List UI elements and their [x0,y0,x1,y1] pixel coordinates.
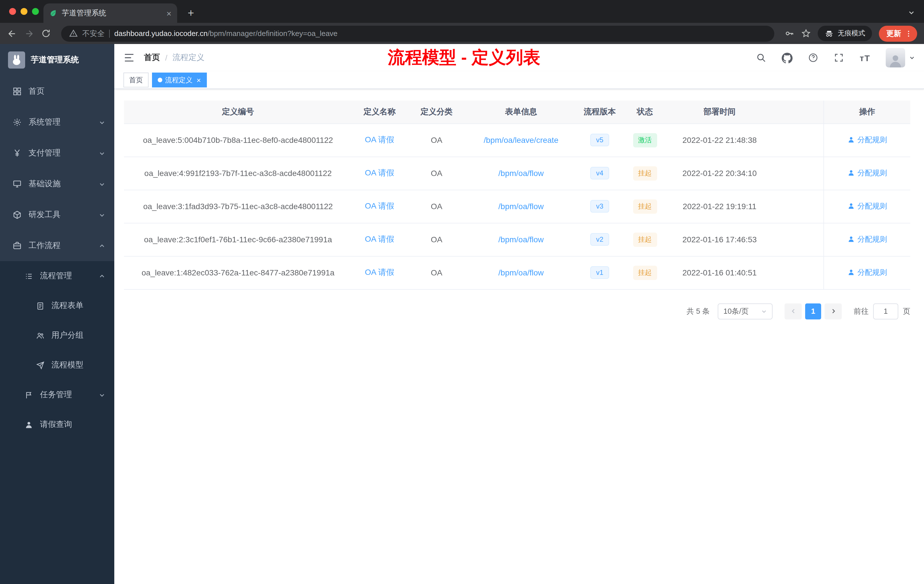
definition-category: OA [407,190,466,223]
assign-rule-link[interactable]: 分配规则 [847,201,887,211]
deploy-time: 2022-01-16 17:46:53 [667,223,773,256]
next-page-icon[interactable] [825,303,842,319]
chevron-down-icon [761,308,767,314]
sidebar-item-leave-query[interactable]: 请假查询 [0,410,114,439]
tag-process-definition[interactable]: 流程定义 × [152,73,206,87]
kebab-menu-icon[interactable] [904,30,912,38]
sidebar-item-workflow[interactable]: 工作流程 [0,230,114,261]
tag-close-icon[interactable]: × [196,76,201,84]
table-row: oa_leave:5:004b710b-7b8a-11ec-8ef0-acde4… [124,124,910,157]
tab-overflow-chevron-icon[interactable] [908,9,915,16]
hamburger-icon[interactable] [124,52,135,63]
col-definition-category: 定义分类 [407,101,466,124]
forward-icon[interactable] [24,28,34,39]
spacer-cell [772,124,824,157]
sidebar: 芋道管理系统 首页 系统管理 [0,44,114,584]
assign-rule-link[interactable]: 分配规则 [847,267,887,278]
assign-rule-link[interactable]: 分配规则 [847,234,887,244]
fullscreen-icon[interactable] [834,53,844,63]
close-window-button[interactable] [9,8,16,15]
form-info-link[interactable]: /bpm/oa/leave/create [484,135,559,145]
tab-close-icon[interactable]: × [166,9,172,17]
url-text: dashboard.yudao.iocoder.cn/bpm/manager/d… [114,29,337,38]
update-label: 更新 [886,28,901,39]
process-form-icon [35,302,45,310]
sidebar-item-process-form[interactable]: 流程表单 [0,291,114,320]
reload-icon[interactable] [41,28,51,38]
user-avatar-wrap[interactable] [886,48,915,68]
avatar-caret-icon [909,55,915,61]
form-info-link[interactable]: /bpm/oa/flow [498,268,544,277]
definition-name-link[interactable]: OA 请假 [365,135,394,144]
sidebar-item-payment[interactable]: 支付管理 [0,138,114,168]
definition-id: oa_leave:3:1fad3d93-7b75-11ec-a3c8-acde4… [124,190,352,223]
assign-rule-link[interactable]: 分配规则 [847,168,887,178]
update-button[interactable]: 更新 [879,25,917,41]
definition-category: OA [407,223,466,256]
incognito-badge: 无痕模式 [818,26,872,41]
chevron-down-icon [99,119,105,125]
omnibox-divider [109,30,110,38]
definition-name-link[interactable]: OA 请假 [365,201,394,210]
assign-rule-link[interactable]: 分配规则 [847,135,887,145]
back-icon[interactable] [7,28,17,39]
tag-home[interactable]: 首页 [124,73,148,87]
goto-page-input[interactable] [873,303,898,319]
sidebar-item-process-manage[interactable]: 流程管理 [0,261,114,291]
definition-name-link[interactable]: OA 请假 [365,168,394,177]
security-label: 不安全 [82,28,105,39]
version-badge: v1 [590,266,609,279]
definition-category: OA [407,256,466,289]
deploy-time: 2022-01-22 20:34:10 [667,157,773,190]
chevron-down-icon [99,392,105,398]
process-model-icon [35,361,45,370]
chevron-up-icon [99,243,105,249]
navbar-actions: тT [756,48,915,68]
form-info-link[interactable]: /bpm/oa/flow [498,168,544,178]
star-icon[interactable] [801,28,811,38]
tab-title: 芋道管理系统 [62,8,162,18]
key-icon[interactable] [785,28,794,38]
col-form-info: 表单信息 [466,101,576,124]
app-shell: 芋道管理系统 首页 系统管理 [0,44,924,584]
breadcrumb-home[interactable]: 首页 [144,53,160,63]
page: 芋道管理系统 × + 不安全 dashboard.yudao.iocoder.c… [0,0,924,584]
prev-page-icon[interactable] [785,303,802,319]
sidebar-item-task-manage[interactable]: 任务管理 [0,380,114,410]
sidebar-item-devtools[interactable]: 研发工具 [0,200,114,230]
col-status: 状态 [623,101,666,124]
font-size-icon[interactable]: тT [860,53,870,63]
definition-name-link[interactable]: OA 请假 [365,234,394,243]
pagination-goto: 前往 页 [854,303,910,319]
github-icon[interactable] [782,52,793,63]
sidebar-top-block: 芋道管理系统 首页 系统管理 [0,44,114,261]
question-icon[interactable] [808,53,818,63]
browser-tab[interactable]: 芋道管理系统 × [43,3,177,23]
status-badge: 挂起 [633,266,657,280]
page-number-current[interactable]: 1 [805,303,821,319]
sidebar-item-infrastructure[interactable]: 基础设施 [0,168,114,200]
sidebar-item-user-group[interactable]: 用户分组 [0,320,114,350]
zoom-window-button[interactable] [32,8,39,15]
page-size-select[interactable]: 10条/页 [718,303,772,319]
tags-bar: 首页 流程定义 × [114,71,924,89]
sidebar-item-home[interactable]: 首页 [0,76,114,107]
col-process-version: 流程版本 [576,101,623,124]
new-tab-icon[interactable]: + [184,7,198,18]
form-info-link[interactable]: /bpm/oa/flow [498,202,544,211]
spacer-cell [772,223,824,256]
col-definition-name: 定义名称 [352,101,407,124]
form-info-link[interactable]: /bpm/oa/flow [498,235,544,244]
minimize-window-button[interactable] [21,8,27,15]
sidebar-item-process-model[interactable]: 流程模型 [0,350,114,380]
incognito-label: 无痕模式 [838,28,865,38]
address-bar[interactable]: 不安全 dashboard.yudao.iocoder.cn/bpm/manag… [61,25,774,41]
deploy-time: 2022-01-16 01:40:51 [667,256,773,289]
status-badge: 挂起 [633,166,657,180]
avatar[interactable] [886,48,905,68]
search-icon[interactable] [756,53,767,63]
url-host: dashboard.yudao.iocoder.cn [114,29,208,38]
definition-name-link[interactable]: OA 请假 [365,267,394,277]
version-badge: v3 [590,200,609,213]
sidebar-item-system[interactable]: 系统管理 [0,107,114,138]
